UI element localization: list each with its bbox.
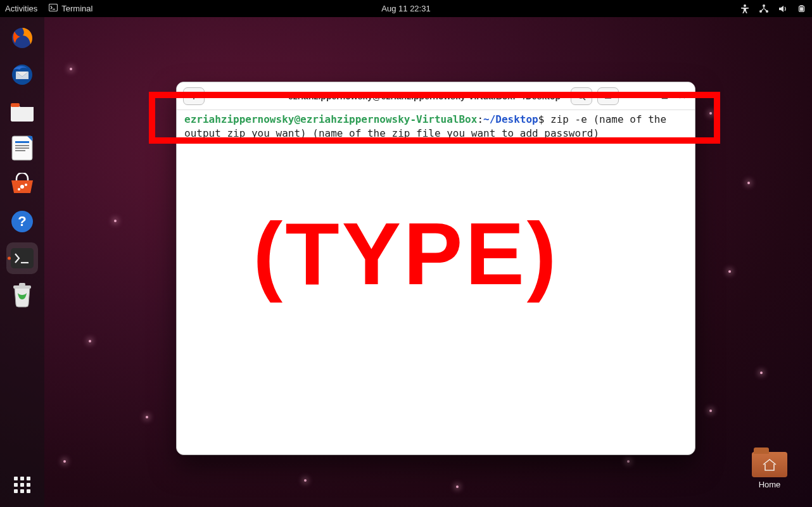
svg-point-24	[578, 93, 583, 98]
svg-rect-25	[662, 93, 667, 98]
dock-terminal[interactable]	[6, 242, 38, 274]
window-title: ezriahzippernowsky@ezriahzippernowsky-Vi…	[283, 91, 566, 101]
desktop-home-folder[interactable]: Home	[747, 452, 792, 489]
menu-button[interactable]	[597, 87, 619, 105]
prompt-user: ezriahzippernowsky	[184, 113, 294, 125]
svg-rect-21	[11, 248, 34, 268]
battery-icon[interactable]	[797, 4, 807, 14]
svg-rect-7	[800, 7, 803, 11]
svg-text:?: ?	[18, 213, 26, 229]
active-app-name: Terminal	[61, 4, 92, 13]
dock-libreoffice-writer[interactable]	[6, 132, 38, 164]
dock-files[interactable]	[6, 96, 38, 127]
close-button[interactable]	[676, 91, 688, 101]
svg-rect-13	[15, 145, 29, 146]
svg-point-18	[18, 188, 20, 191]
dock-help[interactable]: ?	[6, 206, 38, 237]
folder-icon	[752, 452, 787, 477]
window-titlebar[interactable]: ezriahzippernowsky@ezriahzippernowsky-Vi…	[177, 82, 695, 110]
dock: ?	[0, 17, 44, 507]
terminal-icon	[49, 4, 58, 13]
svg-rect-0	[49, 4, 58, 11]
svg-point-2	[763, 4, 765, 7]
prompt-colon: :	[477, 113, 483, 125]
prompt-host: ezriahzippernowsky-VirtualBox	[300, 113, 477, 125]
volume-icon[interactable]	[778, 4, 788, 14]
show-applications-button[interactable]	[6, 469, 38, 501]
svg-rect-15	[15, 150, 25, 151]
dock-firefox[interactable]	[6, 22, 38, 54]
svg-point-16	[20, 185, 24, 189]
minimize-button[interactable]	[640, 91, 653, 101]
maximize-button[interactable]	[658, 91, 671, 101]
prompt-dollar: $	[538, 113, 545, 125]
activities-button[interactable]: Activities	[5, 4, 37, 13]
prompt-path: ~/Desktop	[483, 113, 538, 125]
active-app-indicator[interactable]: Terminal	[49, 4, 92, 13]
prompt-at: @	[294, 113, 300, 125]
clock[interactable]: Aug 11 22:31	[381, 4, 430, 13]
network-icon[interactable]	[759, 4, 769, 14]
new-tab-button[interactable]	[183, 87, 205, 105]
svg-rect-23	[19, 283, 25, 286]
dock-thunderbird[interactable]	[6, 59, 38, 91]
svg-rect-12	[15, 141, 29, 143]
svg-point-1	[744, 4, 746, 7]
search-button[interactable]	[571, 87, 592, 105]
home-folder-label: Home	[759, 480, 781, 489]
running-indicator-dot	[8, 257, 11, 260]
accessibility-icon[interactable]	[740, 4, 750, 14]
dock-trash[interactable]	[6, 279, 38, 311]
dock-ubuntu-software[interactable]	[6, 169, 38, 201]
svg-rect-6	[800, 5, 802, 6]
svg-rect-10	[11, 103, 20, 107]
svg-point-17	[25, 184, 27, 186]
apps-grid-icon	[14, 477, 30, 493]
top-bar: Activities Terminal Aug 11 22:31	[0, 0, 812, 17]
annotation-type-label: (TYPE)	[253, 203, 559, 305]
svg-rect-14	[15, 147, 29, 149]
